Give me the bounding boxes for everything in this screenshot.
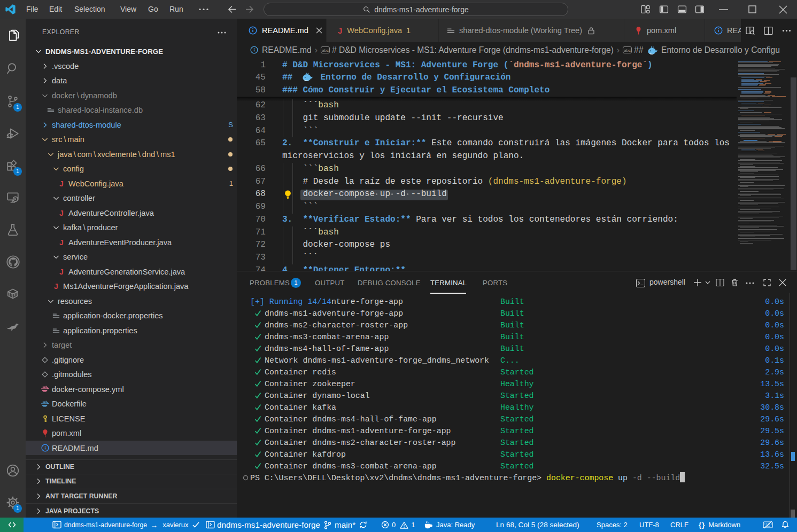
svg-text:abc: abc (322, 48, 329, 53)
svg-text:abc: abc (624, 48, 631, 53)
